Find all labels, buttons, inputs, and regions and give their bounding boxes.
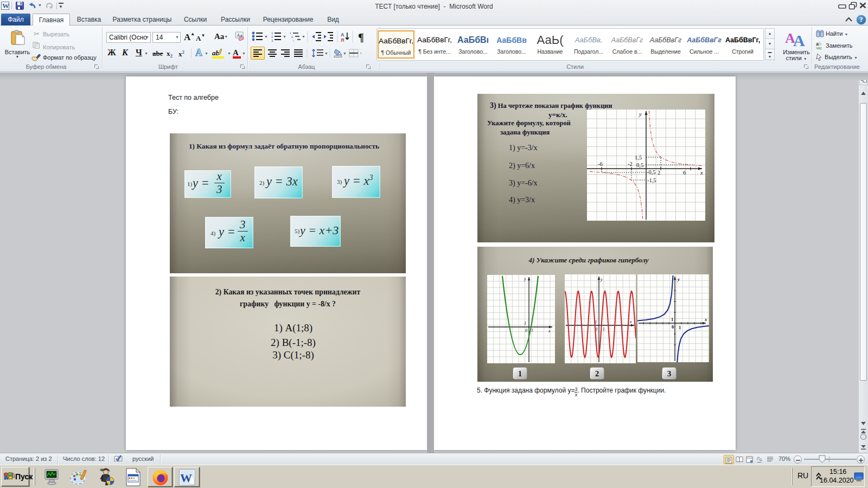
svg-text:▼: ▼	[264, 35, 268, 38]
svg-text:1: 1	[603, 327, 605, 332]
svg-text:1,5: 1,5	[635, 155, 642, 160]
svg-text:-2: -2	[628, 161, 633, 167]
svg-text:у: у	[524, 277, 526, 281]
svg-text:Я: Я	[341, 37, 344, 43]
svg-text:х: х	[700, 170, 703, 176]
svg-text:-0,5: -0,5	[647, 169, 656, 175]
svg-text:х: х	[704, 317, 707, 322]
svg-text:▼: ▼	[324, 52, 328, 55]
svg-text:х: х	[629, 319, 632, 324]
svg-text:1: 1	[531, 328, 533, 333]
svg-text:1: 1	[679, 325, 681, 330]
svg-text:0: 0	[672, 324, 674, 330]
svg-text:чac: чac	[816, 46, 822, 49]
svg-text:W: W	[180, 471, 192, 485]
svg-text:6: 6	[683, 170, 686, 176]
svg-text:х: х	[548, 329, 551, 333]
svg-text:a: a	[291, 35, 293, 38]
svg-text:0: 0	[525, 328, 527, 333]
svg-text:3: 3	[271, 39, 273, 42]
svg-text:A: A	[793, 31, 805, 47]
svg-text:у: у	[639, 111, 642, 117]
svg-text:1: 1	[290, 31, 291, 35]
svg-text:¶: ¶	[358, 31, 364, 43]
svg-text:1: 1	[671, 317, 673, 322]
svg-text:1: 1	[524, 321, 526, 326]
svg-text:у: у	[600, 277, 603, 282]
svg-text:▼: ▼	[302, 35, 305, 38]
svg-text:0,5: 0,5	[636, 162, 643, 168]
svg-text:2: 2	[658, 170, 660, 176]
svg-text:2: 2	[271, 35, 273, 38]
svg-text:1: 1	[271, 31, 273, 35]
svg-text:i: i	[293, 39, 293, 42]
svg-text:у: у	[677, 277, 680, 282]
svg-text:▼: ▼	[343, 52, 347, 55]
svg-text:-6: -6	[598, 161, 603, 167]
svg-text:▼: ▼	[283, 35, 286, 38]
svg-text:▼: ▼	[360, 52, 361, 55]
svg-text:-1,5: -1,5	[647, 177, 656, 183]
svg-text:А: А	[341, 32, 344, 37]
